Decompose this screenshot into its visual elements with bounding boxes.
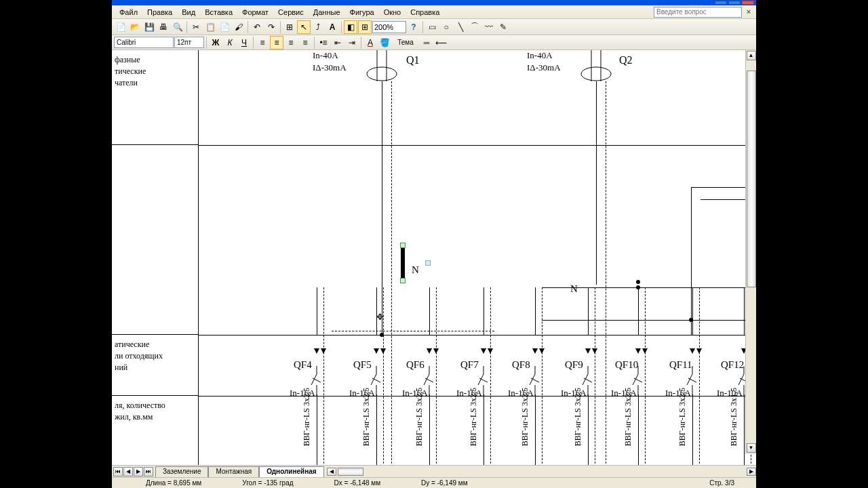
menu-data[interactable]: Данные (309, 7, 345, 18)
redo-icon[interactable]: ↷ (264, 20, 278, 34)
font-select[interactable] (114, 37, 174, 48)
save-icon[interactable]: 💾 (142, 20, 156, 34)
breaker-feed (692, 287, 693, 335)
scroll-right-icon[interactable]: ▶ (747, 468, 756, 476)
align-right-icon[interactable]: ≡ (284, 36, 298, 49)
sheet-tab-2[interactable]: Монтажная (208, 466, 259, 477)
rotation-handle[interactable] (425, 260, 431, 266)
menu-format[interactable]: Формат (237, 7, 273, 18)
shapes-window-icon[interactable]: ◧ (344, 20, 357, 34)
minimize-button[interactable] (715, 1, 727, 5)
menu-view[interactable]: Вид (177, 7, 200, 18)
rectangle-tool-icon[interactable]: ▭ (425, 20, 439, 34)
scroll-down-icon[interactable]: ▼ (747, 443, 756, 453)
pointer-tool-icon[interactable]: ↖ (297, 20, 311, 34)
cut-icon[interactable]: ✂ (189, 20, 203, 34)
decrease-indent-icon[interactable]: ⇤ (331, 36, 344, 49)
print-icon[interactable]: 🖶 (157, 20, 170, 34)
undo-icon[interactable]: ↶ (250, 20, 264, 34)
arrow-icon (427, 348, 432, 354)
connector-tool-icon[interactable]: ⤴ (311, 20, 325, 34)
format-painter-icon[interactable]: 🖌 (232, 20, 245, 34)
menu-edit[interactable]: Правка (142, 7, 177, 18)
arrow-icon (585, 348, 591, 354)
menu-shape[interactable]: Фигура (345, 7, 379, 18)
line-tool-icon[interactable]: ╲ (454, 20, 467, 34)
menu-window[interactable]: Окно (379, 7, 406, 18)
align-left-icon[interactable]: ≡ (256, 36, 269, 49)
increase-indent-icon[interactable]: ⇥ (345, 36, 359, 49)
cable-label: ВВГ-нг-LS 3x2,5 (573, 388, 583, 446)
arrow-icon (635, 348, 641, 354)
print-preview-icon[interactable]: 🔍 (171, 20, 184, 34)
font-color-icon[interactable]: A (363, 36, 377, 49)
menubar: Файл Правка Вид Вставка Формат Сервис Да… (112, 5, 756, 19)
junction-node (636, 280, 640, 284)
tab-next-icon[interactable]: ▶ (134, 467, 143, 476)
paste-icon[interactable]: 📄 (218, 20, 231, 34)
cable-label: ВВГ-нг-LS 3x2,5 (520, 388, 530, 446)
maximize-button[interactable] (728, 1, 741, 5)
grid-icon[interactable]: ⊞ (358, 20, 372, 34)
arrow-icon (488, 348, 493, 354)
connect-line (542, 320, 756, 321)
outgoing-wire (638, 394, 639, 465)
rcd-q1-id: IΔ-30mA (313, 62, 347, 73)
ellipse-tool-icon[interactable]: ○ (439, 20, 453, 34)
text-tool-icon[interactable]: A (326, 20, 339, 34)
scroll-left-icon[interactable]: ◀ (327, 468, 336, 476)
bullets-icon[interactable]: •≡ (317, 36, 330, 49)
rcd-q2-id: IΔ-30mA (527, 62, 561, 73)
selection-handle[interactable] (400, 243, 406, 248)
rcd-q2-symbol[interactable] (576, 50, 616, 84)
help-search-input[interactable] (654, 7, 742, 18)
canvas[interactable]: фазные тические чатели атические ли отхо… (112, 50, 756, 465)
italic-icon[interactable]: К (223, 36, 237, 49)
rcd-q1-symbol[interactable] (361, 50, 402, 84)
outgoing-wire (588, 394, 589, 465)
tab-first-icon[interactable]: ⏮ (113, 467, 123, 476)
menu-help[interactable]: Справка (406, 7, 444, 18)
titlebar[interactable] (112, 0, 756, 5)
neutral-bar-1[interactable] (401, 245, 405, 281)
font-size-select[interactable] (174, 37, 204, 48)
cable-label: ВВГ-нг-LS 3x2,5 (623, 388, 633, 446)
sheet-tab-3[interactable]: Однолинейная (259, 466, 323, 477)
zoom-input[interactable] (372, 21, 406, 33)
line-ends-icon[interactable]: ⟵ (434, 36, 448, 49)
menu-file[interactable]: Файл (115, 7, 142, 18)
theme-button[interactable]: Тема (392, 36, 419, 49)
scroll-thumb[interactable] (338, 468, 363, 476)
fill-color-icon[interactable]: 🪣 (378, 36, 391, 49)
menu-tools[interactable]: Сервис (273, 7, 309, 18)
rcd-q2-in: In-40A (527, 50, 553, 61)
scroll-up-icon[interactable]: ▲ (747, 51, 756, 60)
selection-handle[interactable] (400, 278, 406, 283)
arc-tool-icon[interactable]: ⌒ (468, 20, 481, 34)
svg-point-3 (581, 67, 611, 81)
bold-icon[interactable]: Ж (209, 36, 222, 49)
freeform-tool-icon[interactable]: 〰 (482, 20, 496, 34)
outgoing-wire (692, 394, 693, 465)
line-style-icon[interactable]: ═ (420, 36, 433, 49)
open-icon[interactable]: 📂 (128, 20, 142, 34)
align-justify-icon[interactable]: ≡ (298, 36, 312, 49)
cable-label: ВВГ-нг-LS 3x2,5 (677, 388, 688, 446)
help-icon[interactable]: ? (407, 20, 420, 34)
copy-icon[interactable]: 📋 (203, 20, 217, 34)
align-center-icon[interactable]: ≡ (270, 36, 283, 49)
vertical-scrollbar[interactable]: ▲ ▼ (745, 50, 756, 454)
diagram-content[interactable]: In-40A IΔ-30mA Q1 In-40A IΔ-30mA Q2 In-4… (199, 50, 745, 465)
scroll-thumb[interactable] (747, 70, 756, 287)
new-icon[interactable]: 📄 (114, 20, 127, 34)
close-button[interactable] (742, 1, 754, 5)
tab-prev-icon[interactable]: ◀ (123, 467, 133, 476)
tab-last-icon[interactable]: ⏭ (144, 467, 153, 476)
menu-insert[interactable]: Вставка (200, 7, 237, 18)
insert-table-icon[interactable]: ⊞ (283, 20, 296, 34)
sheet-tab-1[interactable]: Заземление (155, 466, 208, 477)
pencil-tool-icon[interactable]: ✎ (496, 20, 510, 34)
underline-icon[interactable]: Ч (237, 36, 251, 49)
close-help-icon[interactable]: × (744, 7, 753, 17)
horizontal-scrollbar[interactable]: ◀ ▶ (327, 467, 756, 476)
